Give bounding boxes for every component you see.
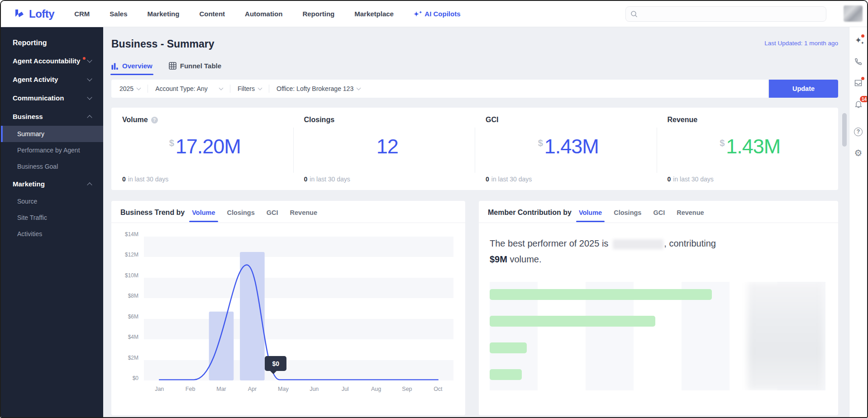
- lofty-logo[interactable]: Lofty: [14, 8, 54, 20]
- y-tick: $4M: [128, 334, 138, 340]
- sidebar-item-business[interactable]: Business: [1, 107, 103, 126]
- x-axis-labels: JanFebMarAprMayJunJulAugSepOct: [144, 386, 453, 392]
- sidebar-item-label: Agent Activity: [13, 76, 58, 83]
- best-performer-sentence: The best performer of 2025 is, contribut…: [490, 236, 788, 267]
- y-tick: $0: [133, 375, 138, 381]
- red-dot-icon: [83, 57, 86, 60]
- help-icon[interactable]: ?: [854, 127, 863, 137]
- tab-funnel-table[interactable]: Funnel Table: [169, 62, 221, 75]
- panel-title: Member Contribution by: [488, 209, 572, 217]
- sidebar-item-performance-by-agent[interactable]: Performance by Agent: [1, 142, 103, 158]
- sidebar-item-marketing[interactable]: Marketing: [1, 175, 103, 193]
- trend-tab-revenue[interactable]: Revenue: [290, 209, 317, 222]
- inbox-icon[interactable]: [854, 78, 863, 88]
- trend-tab-gci[interactable]: GCI: [267, 209, 278, 222]
- chevron-down-icon: [219, 86, 223, 90]
- redacted-region: [748, 282, 824, 390]
- x-tick: Feb: [175, 386, 205, 392]
- nav-item-ai-copilots[interactable]: ✦✦ AI Copilots: [414, 10, 461, 18]
- filter-divider: [148, 85, 148, 93]
- office-value: Office: Lofty Brokerage 123: [277, 85, 353, 92]
- sidebar-item-label: Business: [13, 113, 43, 120]
- metric-value: 17.20M: [176, 135, 241, 158]
- tab-label: Funnel Table: [180, 62, 221, 70]
- metric-revenue: Revenue $1.43M 0in last 30 days: [657, 108, 839, 190]
- sidebar-item-source[interactable]: Source: [1, 193, 103, 209]
- filters-dropdown[interactable]: Filters: [238, 85, 262, 92]
- sidebar-item-site-traffic[interactable]: Site Traffic: [1, 209, 103, 226]
- member-metric-tabs: Volume Closings GCI Revenue: [579, 209, 704, 216]
- brand-name: Lofty: [29, 8, 54, 20]
- nav-item-marketplace[interactable]: Marketplace: [354, 10, 394, 18]
- nav-item-content[interactable]: Content: [199, 10, 225, 18]
- main-content: Business - Summary Last Updated: 1 month…: [103, 27, 849, 418]
- redacted-name: [613, 239, 663, 249]
- trend-metric-tabs: Volume Closings GCI Revenue: [192, 209, 317, 216]
- trend-tab-closings[interactable]: Closings: [227, 209, 255, 222]
- vertical-scrollbar-thumb[interactable]: [842, 113, 847, 147]
- year-filter-dropdown[interactable]: 2025: [119, 85, 140, 92]
- bar-chart-icon: [111, 62, 119, 70]
- top-navigation-bar: Lofty CRM Sales Marketing Content Automa…: [1, 1, 867, 27]
- nav-item-automation[interactable]: Automation: [245, 10, 282, 18]
- kpi-cards: Volume? $17.20M 0in last 30 days Closing…: [111, 108, 838, 190]
- ai-sparkle-icon: ✦✦: [414, 10, 422, 18]
- trend-chart: $14M$12M$10M$8M$6M$4M$2M$0 $0 JanFebMarA…: [119, 234, 453, 402]
- nav-item-reporting[interactable]: Reporting: [302, 10, 334, 18]
- member-tab-volume[interactable]: Volume: [579, 209, 602, 222]
- settings-gear-icon[interactable]: ⚙: [854, 148, 863, 158]
- info-icon[interactable]: ?: [151, 117, 158, 124]
- chevron-down-icon: [137, 86, 141, 90]
- sidebar-item-agent-activity[interactable]: Agent Activity: [1, 70, 103, 89]
- y-tick: $2M: [128, 355, 138, 361]
- panel-title: Business Trend by: [120, 209, 185, 217]
- x-tick: Jun: [299, 386, 329, 392]
- global-search[interactable]: [625, 6, 826, 22]
- member-tab-closings[interactable]: Closings: [614, 209, 641, 222]
- metric-label: Volume: [122, 116, 148, 124]
- reporting-sidebar: Reporting Agent Accountability Agent Act…: [1, 27, 103, 418]
- member-tab-gci[interactable]: GCI: [653, 209, 665, 222]
- x-tick: Aug: [361, 386, 391, 392]
- sidebar-item-business-goal[interactable]: Business Goal: [1, 158, 103, 175]
- member-contribution-panel: Member Contribution by Volume Closings G…: [479, 201, 838, 415]
- y-tick: $12M: [125, 252, 138, 258]
- search-input[interactable]: [641, 10, 821, 18]
- x-tick: May: [268, 386, 299, 392]
- sidebar-item-agent-accountability[interactable]: Agent Accountability: [1, 52, 103, 70]
- chart-tooltip: $0: [265, 356, 286, 371]
- trend-tab-volume[interactable]: Volume: [192, 209, 215, 222]
- metric-count-suffix: in last 30 days: [310, 176, 350, 183]
- update-button[interactable]: Update: [769, 80, 838, 98]
- bell-badge: 14: [860, 96, 868, 102]
- nav-item-sales[interactable]: Sales: [110, 10, 127, 18]
- sidebar-item-label: Communication: [13, 94, 64, 102]
- metric-label: Closings: [304, 116, 335, 124]
- member-bar: [490, 342, 527, 353]
- x-tick: Jan: [144, 386, 175, 392]
- tab-overview[interactable]: Overview: [111, 62, 153, 75]
- account-type-dropdown[interactable]: Account Type: Any: [155, 85, 223, 92]
- sidebar-item-summary[interactable]: Summary: [1, 126, 103, 142]
- filters-label: Filters: [238, 85, 255, 92]
- nav-item-crm[interactable]: CRM: [74, 10, 90, 18]
- view-tabs: Overview Funnel Table: [111, 62, 838, 75]
- nav-item-marketing[interactable]: Marketing: [148, 10, 180, 18]
- bell-icon[interactable]: 14: [854, 99, 863, 109]
- x-tick: Mar: [206, 386, 237, 392]
- sidebar-item-activities[interactable]: Activities: [1, 226, 103, 242]
- metric-count-suffix: in last 30 days: [128, 176, 169, 183]
- office-dropdown[interactable]: Office: Lofty Brokerage 123: [277, 85, 360, 92]
- y-tick: $14M: [125, 231, 138, 238]
- sidebar-item-label: Marketing: [13, 180, 45, 188]
- search-icon: [630, 10, 638, 18]
- sidebar-item-communication[interactable]: Communication: [1, 89, 103, 107]
- member-bar: [490, 316, 655, 327]
- phone-icon[interactable]: [854, 57, 863, 66]
- ai-assistant-icon[interactable]: ✦✦: [854, 35, 863, 45]
- member-tab-revenue[interactable]: Revenue: [677, 209, 704, 222]
- metric-label: Revenue: [668, 116, 698, 124]
- filter-divider: [230, 85, 230, 93]
- user-avatar[interactable]: [844, 5, 863, 22]
- trend-chart-svg: [144, 237, 453, 380]
